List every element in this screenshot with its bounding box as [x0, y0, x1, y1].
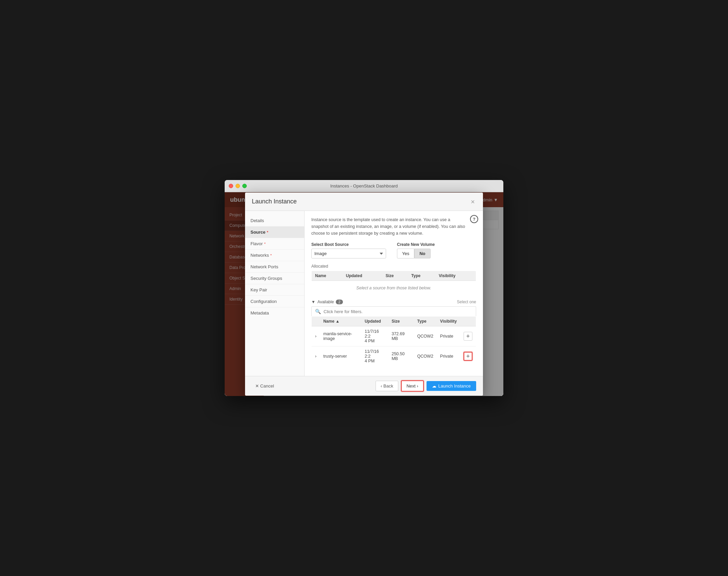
row-expand-cell[interactable]: › — [312, 346, 320, 366]
nav-required-source: * — [267, 230, 268, 234]
row-visibility-cell: Private — [437, 326, 460, 346]
search-input[interactable] — [324, 309, 472, 314]
modal-overlay: Launch Instance × Details Source * — [225, 192, 503, 396]
avail-col-type: Type — [414, 317, 437, 326]
app-body: ubun admin ▼ Project Compute Network Orc… — [225, 192, 503, 396]
avail-col-visibility: Visibility — [437, 317, 460, 326]
row-type-cell: QCOW2 — [414, 346, 437, 366]
modal-title: Launch Instance — [252, 198, 297, 205]
search-icon: 🔍 — [315, 309, 321, 314]
nav-item-key-pair[interactable]: Key Pair — [245, 284, 304, 296]
form-controls: Select Boot Source Image Snapshot Volume… — [311, 242, 476, 258]
alloc-col-name: Name — [312, 271, 343, 281]
alloc-col-updated: Updated — [343, 271, 382, 281]
new-volume-group: Create New Volume Yes No — [397, 242, 435, 258]
modal-header: Launch Instance × — [245, 193, 483, 211]
nav-item-configuration[interactable]: Configuration — [245, 296, 304, 307]
nav-label-flavor: Flavor — [250, 241, 263, 246]
allocated-empty-message: Select a source from those listed below. — [312, 281, 476, 295]
nav-item-network-ports[interactable]: Network Ports — [245, 261, 304, 273]
nav-item-networks[interactable]: Networks * — [245, 250, 304, 261]
volume-yes-button[interactable]: Yes — [397, 249, 414, 258]
nav-label-networks: Networks — [250, 253, 269, 258]
launch-instance-modal: Launch Instance × Details Source * — [245, 193, 483, 396]
avail-col-updated: Updated — [361, 317, 388, 326]
launch-instance-button[interactable]: ☁ Launch Instance — [427, 381, 476, 391]
add-trusty-server-button[interactable]: + — [464, 352, 472, 361]
back-button[interactable]: ‹ Back — [376, 381, 398, 391]
allocated-table: Name Updated Size Type Visibility Select… — [311, 271, 476, 295]
boot-source-select[interactable]: Image Snapshot Volume Volume Snapshot — [311, 249, 386, 258]
available-count-badge: 2 — [336, 300, 343, 304]
nav-item-flavor[interactable]: Flavor * — [245, 238, 304, 250]
nav-item-details[interactable]: Details — [245, 215, 304, 227]
titlebar: Instances - OpenStack Dashboard — [225, 180, 503, 192]
new-volume-label: Create New Volume — [397, 242, 435, 247]
row-name-cell: trusty-server — [320, 346, 361, 366]
alloc-col-visibility: Visibility — [435, 271, 476, 281]
avail-col-action — [460, 317, 476, 326]
table-row: › trusty-server 11/7/16 2:24 PM 250.50 M… — [312, 346, 476, 366]
avail-col-name[interactable]: Name ▲ — [320, 317, 361, 326]
close-button[interactable] — [229, 184, 233, 188]
row-visibility-cell: Private — [437, 346, 460, 366]
window-title: Instances - OpenStack Dashboard — [330, 183, 398, 188]
boot-source-label: Select Boot Source — [311, 242, 386, 247]
minimize-button[interactable] — [236, 184, 240, 188]
alloc-col-size: Size — [382, 271, 408, 281]
avail-col-size: Size — [388, 317, 414, 326]
volume-no-button[interactable]: No — [414, 249, 430, 258]
avail-expand-col — [312, 317, 320, 326]
modal-main-content: ? Instance source is the template used t… — [305, 211, 483, 376]
alloc-col-type: Type — [408, 271, 435, 281]
available-toggle[interactable]: ▼ Available 2 — [311, 300, 343, 304]
modal-navigation: Details Source * Flavor * Networks * — [245, 211, 305, 376]
available-label-text: Available — [317, 300, 334, 304]
row-add-cell: + — [460, 326, 476, 346]
row-size-cell: 250.50 MB — [388, 346, 414, 366]
maximize-button[interactable] — [242, 184, 247, 188]
boot-source-group: Select Boot Source Image Snapshot Volume… — [311, 242, 386, 258]
next-button[interactable]: Next › — [401, 380, 424, 392]
row-add-cell: + — [460, 346, 476, 366]
add-image-button[interactable]: + — [464, 332, 472, 341]
source-description: Instance source is the template used to … — [311, 216, 476, 237]
row-updated-cell: 11/7/16 2:24 PM — [361, 326, 388, 346]
launch-label: Launch Instance — [438, 383, 471, 389]
volume-toggle: Yes No — [397, 249, 435, 258]
table-row: › manila-service-image 11/7/16 2:24 PM 3… — [312, 326, 476, 346]
nav-label-key-pair: Key Pair — [250, 287, 267, 292]
nav-label-configuration: Configuration — [250, 299, 277, 304]
help-icon[interactable]: ? — [470, 215, 478, 223]
available-header: ▼ Available 2 Select one — [311, 300, 476, 304]
nav-label-network-ports: Network Ports — [250, 264, 278, 269]
row-size-cell: 372.69 MB — [388, 326, 414, 346]
app-window: Instances - OpenStack Dashboard ubun adm… — [225, 180, 503, 396]
nav-item-security-groups[interactable]: Security Groups — [245, 273, 304, 284]
nav-required-networks: * — [270, 253, 272, 257]
row-type-cell: QCOW2 — [414, 326, 437, 346]
nav-label-security-groups: Security Groups — [250, 276, 282, 281]
modal-close-button[interactable]: × — [469, 198, 476, 205]
allocated-label: Allocated — [311, 264, 476, 269]
available-table: Name ▲ Updated Size Type Visibility — [311, 316, 476, 366]
cloud-icon: ☁ — [432, 383, 436, 389]
titlebar-buttons — [229, 184, 247, 188]
chevron-down-icon: ▼ — [311, 300, 315, 304]
nav-label-metadata: Metadata — [250, 310, 269, 316]
nav-item-source[interactable]: Source * — [245, 227, 304, 238]
search-bar: 🔍 — [311, 306, 476, 316]
row-name-cell: manila-service-image — [320, 326, 361, 346]
row-expand-cell[interactable]: › — [312, 326, 320, 346]
modal-body: Details Source * Flavor * Networks * — [245, 211, 483, 376]
modal-footer: ✕ Cancel ‹ Back Next › ☁ Launch Instance — [245, 376, 483, 396]
nav-item-metadata[interactable]: Metadata — [245, 307, 304, 319]
cancel-button[interactable]: ✕ Cancel — [252, 381, 277, 391]
footer-right-actions: ‹ Back Next › ☁ Launch Instance — [376, 380, 476, 392]
row-updated-cell: 11/7/16 2:24 PM — [361, 346, 388, 366]
allocated-empty-row: Select a source from those listed below. — [312, 281, 476, 295]
nav-required-flavor: * — [264, 242, 265, 246]
nav-label-source: Source — [250, 230, 265, 235]
nav-label-details: Details — [250, 218, 264, 223]
select-one-label: Select one — [457, 300, 476, 304]
